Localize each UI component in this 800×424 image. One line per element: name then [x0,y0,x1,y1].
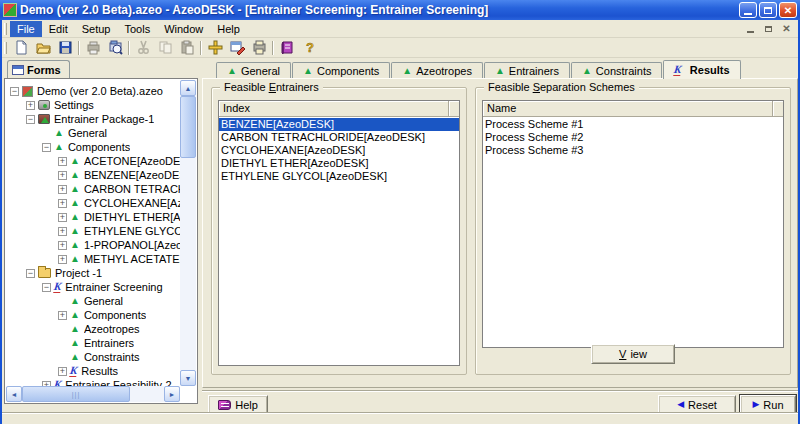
menu-file[interactable]: File [10,21,42,37]
tree-expander-plus-icon[interactable]: + [58,227,67,236]
view-button[interactable]: View [591,344,675,364]
tree-item-label: Entrainer Feasibility-2 [65,378,171,386]
tree-item[interactable]: ▲General [6,126,180,140]
tree-item[interactable]: +KResults [6,364,180,378]
tree-item[interactable]: +▲METHYL ACETATE[AzeoDESK] [6,252,180,266]
list-item[interactable]: Process Scheme #2 [483,131,783,144]
tree-expander-plus-icon[interactable]: + [58,171,67,180]
tree-expander-minus-icon[interactable]: − [26,269,35,278]
tree-item[interactable]: −Demo (ver 2.0 Beta).azeo [6,84,180,98]
close-button[interactable]: ✕ [779,2,797,18]
minimize-button[interactable] [739,2,757,18]
cut-icon [132,39,154,57]
form-designer-icon[interactable] [226,39,248,57]
tab-general[interactable]: ▲General [216,62,291,79]
save-icon[interactable] [54,39,76,57]
menu-window[interactable]: Window [157,21,210,37]
tree-item[interactable]: −KEntrainer Screening [6,280,180,294]
scroll-right-icon[interactable]: ► [164,386,180,402]
tree-item[interactable]: +Settings [6,98,180,112]
tree-expander-minus-icon[interactable]: − [42,143,51,152]
triangle-icon: ▲ [70,310,80,320]
triangle-icon: ▲ [402,66,412,76]
menu-tools[interactable]: Tools [117,21,157,37]
app-icon [3,3,17,17]
tree-item[interactable]: +KEntrainer Feasibility-2 [6,378,180,386]
tree-item[interactable]: −▲Components [6,140,180,154]
scroll-down-icon[interactable]: ▼ [180,370,196,386]
list-item[interactable]: DIETHYL ETHER[AzeoDESK] [219,157,459,170]
report-icon[interactable] [248,39,270,57]
tree-item-label: ACETONE[AzeoDESK] [84,154,180,168]
tree-expander-minus-icon[interactable]: − [26,115,35,124]
units-icon[interactable] [204,39,226,57]
tree-item[interactable]: −Project -1 [6,266,180,280]
list-item[interactable]: BENZENE[AzeoDESK] [219,118,459,131]
horizontal-scroll-thumb[interactable]: ||| [22,386,130,402]
tree-item[interactable]: +▲CYCLOHEXANE[AzeoDESK] [6,196,180,210]
mdi-close-button[interactable]: ✕ [779,22,794,35]
menu-help[interactable]: Help [210,21,247,37]
tab-forms[interactable]: Forms [7,60,70,78]
tree-item[interactable]: ▲Azeotropes [6,322,180,336]
restore-button[interactable] [759,2,777,18]
tree-expander-plus-icon[interactable]: + [58,157,67,166]
tree-item[interactable]: +▲DIETHYL ETHER[AzeoDESK] [6,210,180,224]
tree-expander-plus-icon[interactable]: + [58,255,67,264]
tree-spacer [58,353,67,362]
tree-item[interactable]: ▲General [6,294,180,308]
open-icon[interactable] [32,39,54,57]
tab-constraints[interactable]: ▲Constraints [571,62,663,79]
print-preview-icon[interactable] [104,39,126,57]
list-item[interactable]: Process Scheme #3 [483,144,783,157]
scroll-left-icon[interactable]: ◄ [6,386,22,402]
tree-expander-plus-icon[interactable]: + [26,101,35,110]
tree-item[interactable]: +▲ACETONE[AzeoDESK] [6,154,180,168]
tree-item[interactable]: ▲Constraints [6,350,180,364]
list-item[interactable]: Process Scheme #1 [483,118,783,131]
tree-expander-plus-icon[interactable]: + [58,213,67,222]
list-item[interactable]: CYCLOHEXANE[AzeoDESK] [219,144,459,157]
tree-expander-plus-icon[interactable]: + [58,185,67,194]
tab-results[interactable]: KResults [663,60,740,79]
reset-back-icon: ◀ [677,400,684,409]
tree-item[interactable]: −Entrainer Package-1 [6,112,180,126]
triangle-icon: ▲ [54,142,64,152]
tree-expander-plus-icon[interactable]: + [58,311,67,320]
tree-item-label: Azeotropes [84,322,140,336]
tree-item[interactable]: +▲Components [6,308,180,322]
tree-item[interactable]: +▲1-PROPANOL[AzeoDESK] [6,238,180,252]
tab-components[interactable]: ▲Components [292,62,390,79]
new-icon[interactable] [10,39,32,57]
tree-expander-plus-icon[interactable]: + [58,241,67,250]
list-item[interactable]: ETHYLENE GLYCOL[AzeoDESK] [219,170,459,183]
tree-horizontal-scrollbar[interactable]: ◄ ||| ► [6,386,180,402]
tab-entrainers[interactable]: ▲Entrainers [484,62,570,79]
toolbar-separator [128,41,130,55]
toolbar-grip[interactable] [4,42,7,54]
index-column-header[interactable]: Index [219,101,449,116]
menu-setup[interactable]: Setup [75,21,118,37]
tree-item[interactable]: +▲CARBON TETRACHLORIDE[AzeoDESK] [6,182,180,196]
tree-expander-minus-icon[interactable]: − [10,87,19,96]
tree-item-label: Entrainer Package-1 [54,112,154,126]
tree-item[interactable]: +▲ETHYLENE GLYCOL[AzeoDESK] [6,224,180,238]
help-contents-icon[interactable] [276,39,298,57]
tab-azeotropes[interactable]: ▲Azeotropes [391,62,483,79]
tree-item[interactable]: +▲BENZENE[AzeoDESK] [6,168,180,182]
scroll-up-icon[interactable]: ▲ [180,80,196,96]
mdi-minimize-button[interactable] [743,22,758,35]
tree-item-label: METHYL ACETATE[AzeoDESK] [84,252,180,266]
tree-expander-plus-icon[interactable]: + [58,367,67,376]
vertical-scroll-thumb[interactable] [180,96,196,158]
tree-vertical-scrollbar[interactable]: ▲ ▼ [180,80,196,386]
tree-expander-plus-icon[interactable]: + [58,199,67,208]
menubar-grip[interactable] [4,23,7,35]
tree-expander-minus-icon[interactable]: − [42,283,51,292]
name-column-header[interactable]: Name [483,101,773,116]
context-help-icon[interactable]: ? [298,39,320,57]
list-item[interactable]: CARBON TETRACHLORIDE[AzeoDESK] [219,131,459,144]
menu-edit[interactable]: Edit [42,21,75,37]
mdi-restore-button[interactable] [761,22,776,35]
tree-item[interactable]: ▲Entrainers [6,336,180,350]
